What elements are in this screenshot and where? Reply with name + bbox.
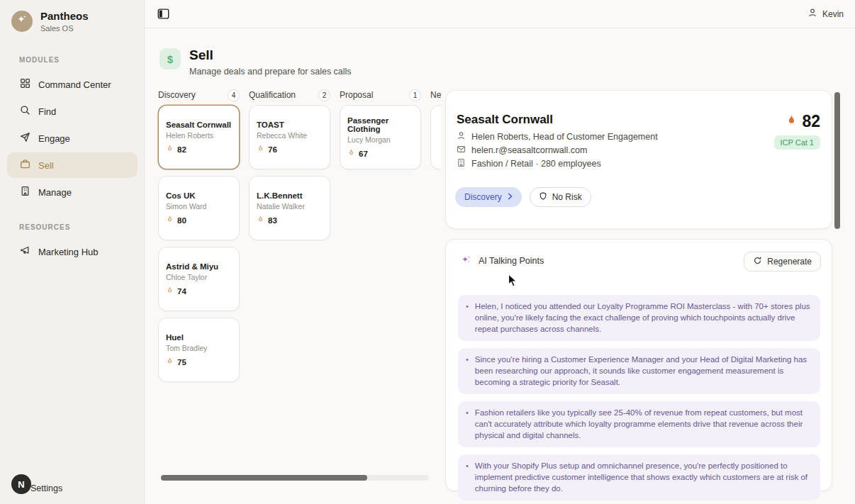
flame-icon bbox=[347, 149, 355, 159]
card-score: 74 bbox=[177, 287, 186, 296]
talking-point-text: Helen, I noticed you attended our Loyalt… bbox=[475, 301, 812, 335]
column-count-badge: 1 bbox=[409, 89, 421, 101]
bullet-dot: • bbox=[466, 460, 469, 494]
person-icon bbox=[808, 8, 817, 20]
avatar[interactable]: N bbox=[11, 474, 31, 494]
regenerate-label: Regenerate bbox=[767, 257, 812, 267]
brand-subtitle: Sales OS bbox=[40, 24, 89, 33]
vertical-scrollbar-thumb[interactable] bbox=[834, 92, 840, 229]
resources-nav: Marketing Hub bbox=[7, 239, 138, 266]
brand: Pantheos Sales OS bbox=[11, 10, 89, 33]
deal-card-cos-uk[interactable]: Cos UK Simon Ward 80 bbox=[158, 176, 240, 240]
user-menu[interactable]: Kevin bbox=[808, 8, 844, 20]
column-negotiation-clipped: Negotiation bbox=[430, 89, 441, 177]
card-contact: Tom Bradley bbox=[166, 344, 232, 352]
page-header: $ Sell Manage deals and prepare for sale… bbox=[160, 48, 352, 77]
deal-card-huel[interactable]: Huel Tom Bradley 75 bbox=[158, 318, 240, 382]
sidebar-item-label: Command Center bbox=[38, 79, 111, 90]
card-score: 76 bbox=[268, 145, 277, 154]
talking-point: •Helen, I noticed you attended our Loyal… bbox=[458, 295, 820, 341]
sidebar-item-label: Find bbox=[38, 106, 56, 117]
sidebar-item-find[interactable]: Find bbox=[7, 99, 138, 124]
card-contact: Simon Ward bbox=[166, 202, 232, 211]
detail-contact-row: Helen Roberts, Head of Customer Engageme… bbox=[457, 131, 658, 142]
flame-icon bbox=[166, 145, 174, 155]
deal-card-seasalt-cornwall[interactable]: Seasalt Cornwall Helen Roberts 82 bbox=[158, 105, 240, 169]
sidebar: Pantheos Sales OS MODULES Command Center… bbox=[0, 0, 145, 504]
card-score: 82 bbox=[177, 145, 186, 154]
chevron-right-icon bbox=[508, 192, 513, 202]
megaphone-icon bbox=[20, 245, 30, 258]
column-name: Discovery bbox=[158, 90, 196, 100]
sidebar-item-engage[interactable]: Engage bbox=[7, 125, 138, 151]
card-company: Seasalt Cornwall bbox=[166, 121, 232, 129]
horizontal-scrollbar-thumb[interactable] bbox=[161, 475, 367, 481]
topbar: Kevin bbox=[145, 0, 855, 28]
deal-card-toast[interactable]: TOAST Rebecca White 76 bbox=[249, 105, 330, 169]
column-qualification: Qualification 2 TOAST Rebecca White 76 L… bbox=[249, 89, 330, 247]
risk-button-label: No Risk bbox=[552, 192, 582, 202]
detail-email: helen.r@seasaltcornwall.com bbox=[471, 145, 587, 155]
talking-point-text: Fashion retailers like you typically see… bbox=[475, 407, 812, 441]
column-discovery: Discovery 4 Seasalt Cornwall Helen Rober… bbox=[158, 89, 240, 388]
shield-icon bbox=[539, 191, 547, 203]
horizontal-scrollbar-track[interactable] bbox=[161, 475, 429, 481]
card-company: Passenger Clothing bbox=[347, 116, 413, 133]
brand-name: Pantheos bbox=[40, 10, 89, 23]
person-icon bbox=[457, 131, 466, 142]
card-score: 67 bbox=[359, 150, 368, 158]
card-company: Cos UK bbox=[166, 191, 232, 200]
ai-panel-header: AI Talking Points bbox=[461, 254, 544, 267]
deal-card-lkbennett[interactable]: L.K.Bennett Natalie Walker 83 bbox=[249, 176, 330, 240]
column-proposal: Proposal 1 Passenger Clothing Lucy Morga… bbox=[340, 89, 421, 176]
detail-email-row: helen.r@seasaltcornwall.com bbox=[457, 145, 587, 156]
app-screen: Pantheos Sales OS MODULES Command Center… bbox=[0, 0, 855, 504]
talking-point: •Since you're hiring a Customer Experien… bbox=[458, 348, 820, 394]
icp-badge: ICP Cat 1 bbox=[774, 135, 821, 150]
column-header: Proposal 1 bbox=[340, 89, 421, 101]
sidebar-toggle-button[interactable] bbox=[157, 8, 169, 23]
sidebar-item-manage[interactable]: Manage bbox=[7, 179, 138, 205]
stage-button-label: Discovery bbox=[464, 192, 502, 202]
sidebar-item-command-center[interactable]: Command Center bbox=[7, 72, 138, 97]
main-content: $ Sell Manage deals and prepare for sale… bbox=[145, 0, 855, 504]
card-score: 83 bbox=[268, 216, 277, 225]
bullet-dot: • bbox=[466, 301, 469, 335]
flame-icon bbox=[166, 357, 174, 367]
section-label-resources: RESOURCES bbox=[19, 223, 70, 231]
regenerate-button[interactable]: Regenerate bbox=[744, 252, 821, 271]
page-title: Sell bbox=[189, 48, 352, 62]
talking-points-list: •Helen, I noticed you attended our Loyal… bbox=[458, 295, 820, 504]
talking-point-text: With your Shopify Plus setup and omnicha… bbox=[475, 460, 812, 494]
card-company: Astrid & Miyu bbox=[166, 262, 232, 271]
sidebar-item-sell[interactable]: Sell bbox=[7, 152, 138, 178]
brand-logo bbox=[11, 11, 33, 32]
flame-icon bbox=[786, 114, 798, 130]
column-header: Discovery 4 bbox=[158, 89, 240, 101]
settings-label: Settings bbox=[30, 483, 62, 493]
card-contact: Helen Roberts bbox=[166, 131, 232, 140]
flame-icon bbox=[257, 145, 264, 155]
risk-button[interactable]: No Risk bbox=[530, 187, 591, 207]
column-header: Qualification 2 bbox=[249, 89, 330, 101]
card-company: TOAST bbox=[257, 121, 323, 129]
detail-score: 82 bbox=[786, 112, 820, 131]
card-company: Huel bbox=[166, 333, 232, 342]
bullet-dot: • bbox=[466, 407, 469, 441]
briefcase-icon bbox=[20, 159, 30, 172]
deal-card-astrid-miyu[interactable]: Astrid & Miyu Chloe Taylor 74 bbox=[158, 247, 240, 311]
detail-industry: Fashion / Retail · 280 employees bbox=[471, 159, 601, 169]
dollar-icon: $ bbox=[160, 48, 181, 69]
detail-actions: Discovery No Risk bbox=[455, 187, 591, 207]
detail-industry-row: Fashion / Retail · 280 employees bbox=[457, 158, 601, 169]
stage-button[interactable]: Discovery bbox=[455, 187, 522, 207]
sidebar-item-label: Sell bbox=[38, 160, 54, 171]
building-icon bbox=[20, 186, 30, 198]
ai-talking-points-panel: AI Talking Points Regenerate •Helen, I n… bbox=[445, 239, 832, 491]
flame-icon bbox=[166, 286, 174, 296]
sidebar-item-label: Marketing Hub bbox=[38, 247, 99, 257]
deal-card-passenger-clothing[interactable]: Passenger Clothing Lucy Morgan 67 bbox=[340, 105, 421, 169]
column-name: Qualification bbox=[249, 90, 296, 100]
sidebar-item-marketing-hub[interactable]: Marketing Hub bbox=[7, 239, 138, 264]
deal-card-clipped[interactable] bbox=[430, 105, 441, 169]
